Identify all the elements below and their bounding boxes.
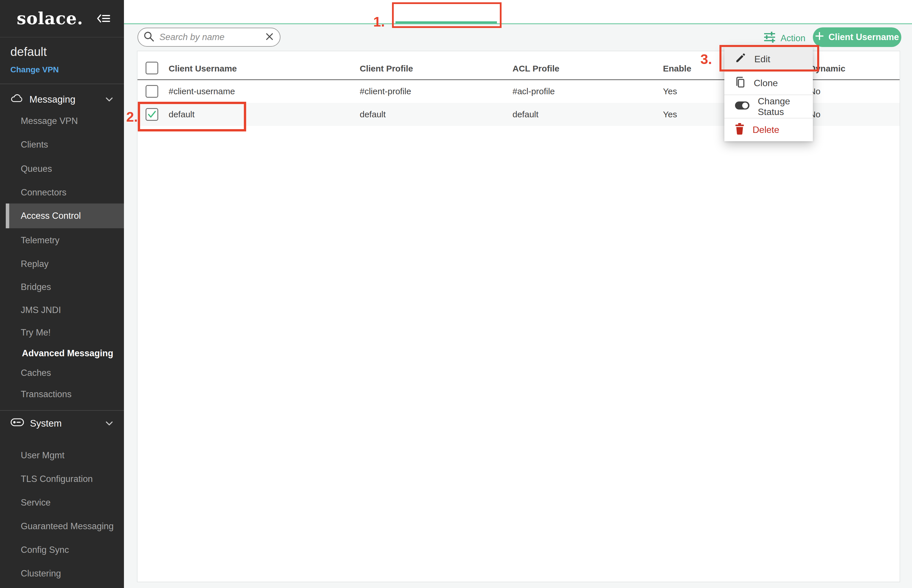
column-header-acl-profile[interactable]: ACL Profile [512,64,560,73]
collapse-sidebar-icon[interactable] [96,13,111,24]
add-button-label: Client Username [828,32,899,42]
cell-client-username: #client-username [169,86,235,96]
sidebar-item-clients[interactable]: Clients [21,139,48,150]
menu-item-label: Change Status [758,96,813,117]
solace-logo: solace. [17,9,83,28]
action-button-label: Action [781,33,805,44]
menu-item-label: Edit [754,54,770,65]
cell-acl-profile: #acl-profile [512,86,555,96]
sliders-icon [763,31,776,46]
sidebar-section-label: System [30,418,62,429]
active-tab-indicator [395,21,497,23]
sidebar-item-connectors[interactable]: Connectors [21,187,66,198]
sidebar-section-label: Messaging [29,94,76,105]
column-header-enable[interactable]: Enable [663,64,691,73]
menu-item-clone[interactable]: Clone [724,71,813,95]
sidebar-item-advanced-messaging[interactable]: Advanced Messaging [22,348,113,359]
action-dropdown-menu: Edit Clone Change Status Delete [724,47,813,141]
column-header-dynamic[interactable]: Dynamic [809,64,846,73]
sidebar-item-label: Access Control [21,211,81,221]
divider [0,410,124,411]
search-bar[interactable] [137,27,281,47]
action-button[interactable]: Action [763,31,805,45]
search-icon [143,31,155,44]
current-vpn-name: default [10,45,47,59]
plus-icon [815,32,824,43]
column-header-client-username[interactable]: Client Username [169,64,237,73]
row-checkbox[interactable] [145,85,158,98]
sidebar-item-clustering[interactable]: Clustering [21,568,61,579]
sidebar-item-access-control[interactable]: Access Control [6,204,124,228]
menu-item-label: Clone [754,78,778,89]
sidebar: solace. default Change VPN Messaging Mes… [0,0,124,588]
pencil-icon [735,52,746,66]
menu-item-label: Delete [752,124,780,135]
search-input[interactable] [160,32,260,42]
cell-acl-profile: default [512,110,538,120]
menu-item-delete[interactable]: Delete [724,118,813,141]
tab-bar-underline [124,23,912,24]
chevron-down-icon[interactable] [105,421,113,426]
sidebar-item-jms-jndi[interactable]: JMS JNDI [21,305,61,316]
menu-item-change-status[interactable]: Change Status [724,95,813,118]
cell-client-profile: default [360,110,386,120]
menu-item-edit[interactable]: Edit [724,47,813,71]
clear-search-icon[interactable] [265,32,274,42]
cell-enable: Yes [663,110,677,120]
divider [0,37,124,37]
sidebar-item-tls-configuration[interactable]: TLS Configuration [21,473,93,485]
sidebar-item-try-me[interactable]: Try Me! [21,327,51,338]
selected-indicator-bar [6,204,9,228]
chevron-down-icon[interactable] [105,97,113,102]
cloud-icon [10,94,24,105]
sidebar-item-message-vpn[interactable]: Message VPN [21,116,78,126]
trash-icon [735,123,744,137]
add-client-username-button[interactable]: Client Username [813,27,901,47]
sidebar-item-replay[interactable]: Replay [21,258,49,270]
row-checkbox-checked[interactable] [145,108,158,121]
column-header-client-profile[interactable]: Client Profile [360,64,413,73]
cell-client-username: default [169,110,195,120]
sidebar-item-caches[interactable]: Caches [21,367,51,378]
sidebar-item-guaranteed-messaging[interactable]: Guaranteed Messaging [21,521,113,532]
cell-enable: Yes [663,86,677,96]
divider [0,84,124,84]
clone-icon [735,76,746,90]
sidebar-item-queues[interactable]: Queues [21,163,52,174]
sidebar-section-messaging[interactable]: Messaging [10,93,76,106]
cell-client-profile: #client-profile [360,86,411,96]
sidebar-section-system[interactable]: System [10,417,62,430]
sidebar-item-bridges[interactable]: Bridges [21,282,51,292]
sidebar-item-transactions[interactable]: Transactions [21,389,71,400]
change-vpn-link[interactable]: Change VPN [10,65,59,74]
sidebar-item-service[interactable]: Service [21,497,50,508]
select-all-checkbox[interactable] [145,62,158,74]
sidebar-item-config-sync[interactable]: Config Sync [21,544,69,556]
system-icon [10,418,24,429]
sidebar-item-telemetry[interactable]: Telemetry [21,235,60,246]
annotation-number-step2: 2. [126,109,138,125]
sidebar-item-user-mgmt[interactable]: User Mgmt [21,450,65,461]
toggle-icon [735,101,750,112]
top-tab-bar [124,0,912,24]
